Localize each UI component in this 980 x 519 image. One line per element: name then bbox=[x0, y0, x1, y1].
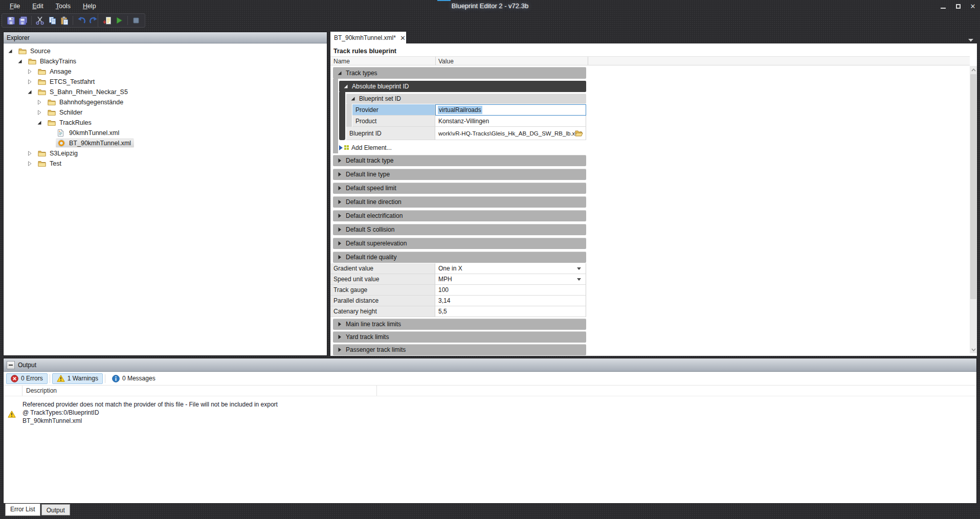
add-element-button[interactable]: Add Element... bbox=[339, 142, 392, 153]
filter-1-warnings-button[interactable]: 1 Warnings bbox=[52, 373, 103, 384]
section-header-yard-track-limits[interactable]: Yard track limits bbox=[333, 331, 586, 343]
prop-name-track-gauge[interactable]: Track gauge bbox=[330, 285, 435, 296]
toolbar-paste-button[interactable] bbox=[58, 14, 71, 27]
filter-0-errors-button[interactable]: 0 Errors bbox=[6, 373, 48, 384]
prop-name-product[interactable]: Product bbox=[352, 116, 435, 127]
prop-name-catenary-height[interactable]: Catenary height bbox=[330, 306, 435, 317]
toolbar-export-button[interactable] bbox=[101, 14, 113, 27]
tree-item-source[interactable]: Source bbox=[4, 46, 327, 56]
vertical-scrollbar[interactable] bbox=[970, 66, 977, 353]
tree-item-bt-90kmhtunnel-xml[interactable]: BT_90kmhTunnel.xml bbox=[4, 138, 327, 148]
toolbar-cut-button[interactable] bbox=[34, 14, 46, 27]
tab-error-list[interactable]: Error List bbox=[5, 504, 40, 516]
scroll-down-icon[interactable] bbox=[970, 346, 977, 353]
tree-expander-expanded-icon[interactable] bbox=[7, 48, 13, 54]
filter-0-messages-button[interactable]: 0 Messages bbox=[107, 373, 160, 384]
description-column-header[interactable]: Description bbox=[4, 386, 976, 396]
section-header-main-line-track-limits[interactable]: Main line track limits bbox=[333, 319, 586, 330]
section-header-default-electrification[interactable]: Default electrification bbox=[333, 210, 586, 221]
tree-item-test[interactable]: Test bbox=[4, 159, 327, 169]
tree-expander-collapsed-icon[interactable] bbox=[27, 69, 33, 75]
menu-edit[interactable]: Edit bbox=[30, 2, 46, 11]
prop-name-blueprint-id[interactable]: Blueprint ID bbox=[346, 127, 435, 140]
tree-expander-collapsed-icon[interactable] bbox=[36, 109, 42, 116]
section-header-default-speed-limit[interactable]: Default speed limit bbox=[333, 183, 586, 194]
column-splitter-right[interactable] bbox=[588, 57, 588, 65]
tree-expander-collapsed-icon[interactable] bbox=[27, 150, 33, 156]
browse-folder-icon[interactable] bbox=[575, 130, 583, 138]
expander-collapsed-icon[interactable] bbox=[337, 347, 342, 352]
tab-bt-90kmhtunnel[interactable]: BT_90kmhTunnel.xml* ✕ bbox=[330, 32, 406, 44]
prop-value-track-gauge[interactable]: 100 bbox=[435, 285, 586, 296]
tab-output[interactable]: Output bbox=[41, 504, 70, 515]
tree-item-bahnhofsgegenst-nde[interactable]: Bahnhofsgegenstände bbox=[4, 97, 327, 107]
expander-expanded-icon[interactable] bbox=[337, 71, 342, 76]
section-header-passenger-track-limits[interactable]: Passenger track limits bbox=[333, 344, 586, 355]
toolbar-copy-button[interactable] bbox=[46, 14, 58, 27]
prop-name-gradient-value[interactable]: Gradient value bbox=[330, 263, 435, 274]
tree-expander-expanded-icon[interactable] bbox=[27, 89, 33, 95]
tree-expander-collapsed-icon[interactable] bbox=[27, 161, 33, 167]
toolbar-stop-button[interactable] bbox=[130, 14, 142, 27]
prop-value-parallel-distance[interactable]: 3,14 bbox=[435, 296, 586, 306]
tree-expander-expanded-icon[interactable] bbox=[36, 120, 42, 126]
tree-item-schilder[interactable]: Schilder bbox=[4, 107, 327, 118]
prop-value-file-blueprint-id[interactable]: work\vR-HQ-Tracks\Gleis_Hk_AB_DG_SW_RB_l… bbox=[435, 127, 586, 140]
expander-collapsed-icon[interactable] bbox=[337, 213, 342, 218]
section-header-default-s-collision[interactable]: Default S collision bbox=[333, 224, 586, 235]
tree-expander-expanded-icon[interactable] bbox=[17, 58, 23, 64]
prop-value-product[interactable]: Konstanz-Villingen bbox=[435, 116, 586, 127]
section-header-default-line-type[interactable]: Default line type bbox=[333, 169, 586, 180]
tab-list-chevron-icon[interactable] bbox=[968, 36, 973, 43]
tree-expander-collapsed-icon[interactable] bbox=[27, 79, 33, 85]
prop-name-parallel-distance[interactable]: Parallel distance bbox=[330, 296, 435, 306]
expander-collapsed-icon[interactable] bbox=[337, 158, 342, 163]
expander-collapsed-icon[interactable] bbox=[337, 241, 342, 246]
expander-expanded-icon[interactable] bbox=[350, 96, 355, 101]
toolbar-run-button[interactable] bbox=[113, 14, 125, 27]
prop-value-dropdown-gradient-value[interactable]: One in X bbox=[435, 263, 586, 274]
expander-collapsed-icon[interactable] bbox=[337, 255, 342, 260]
expander-expanded-icon[interactable] bbox=[343, 84, 348, 89]
expander-collapsed-icon[interactable] bbox=[337, 172, 342, 177]
section-header-blueprint-set-id[interactable]: Blueprint set ID bbox=[346, 94, 586, 104]
section-header-default-track-type[interactable]: Default track type bbox=[333, 155, 586, 166]
tree-item-90kmhtunnel-xml[interactable]: 90kmhTunnel.xml bbox=[4, 128, 327, 138]
scrollbar-thumb[interactable] bbox=[970, 74, 976, 299]
expander-collapsed-icon[interactable] bbox=[337, 322, 342, 327]
expander-collapsed-icon[interactable] bbox=[337, 334, 342, 340]
prop-value-catenary-height[interactable]: 5,5 bbox=[435, 306, 586, 317]
prop-value-dropdown-speed-unit-value[interactable]: MPH bbox=[435, 274, 586, 285]
section-header-default-line-direction[interactable]: Default line direction bbox=[333, 196, 586, 208]
prop-name-provider[interactable]: Provider bbox=[352, 104, 435, 116]
provider-value-input[interactable]: virtualRailroads bbox=[435, 104, 586, 116]
section-header-track-types[interactable]: Track types bbox=[333, 67, 586, 79]
tree-expander-collapsed-icon[interactable] bbox=[36, 99, 42, 105]
toolbar-save-all-button[interactable] bbox=[17, 14, 29, 27]
prop-name-speed-unit-value[interactable]: Speed unit value bbox=[330, 274, 435, 285]
tree-item-trackrules[interactable]: TrackRules bbox=[4, 118, 327, 128]
tab-close-icon[interactable]: ✕ bbox=[400, 35, 406, 41]
grid-column-header[interactable]: Name Value bbox=[330, 56, 970, 65]
expander-collapsed-icon[interactable] bbox=[337, 186, 342, 191]
tree-item-ansage[interactable]: Ansage bbox=[4, 66, 327, 77]
description-divider[interactable] bbox=[376, 386, 377, 396]
tree-item-s3leipzig[interactable]: S3Leipzig bbox=[4, 148, 327, 159]
expander-collapsed-icon[interactable] bbox=[337, 227, 342, 232]
toolbar-undo-button[interactable] bbox=[75, 14, 87, 27]
tree-item-s-bahn-rhein-neckar-s5[interactable]: S_Bahn_Rhein_Neckar_S5 bbox=[4, 87, 327, 97]
menu-help[interactable]: Help bbox=[80, 2, 99, 11]
toolbar-save-button[interactable] bbox=[5, 14, 17, 27]
tree-item-blackytrains[interactable]: BlackyTrains bbox=[4, 56, 327, 66]
maximize-button[interactable] bbox=[952, 1, 964, 11]
menu-tools[interactable]: Tools bbox=[53, 2, 73, 11]
minimize-button[interactable] bbox=[938, 1, 949, 11]
expander-collapsed-icon[interactable] bbox=[337, 199, 342, 205]
menu-file[interactable]: File bbox=[7, 2, 23, 11]
section-header-default-ride-quality[interactable]: Default ride quality bbox=[333, 252, 586, 263]
column-splitter[interactable] bbox=[435, 57, 436, 65]
scroll-up-icon[interactable] bbox=[970, 66, 977, 74]
close-button[interactable]: ✕ bbox=[967, 1, 978, 11]
section-header-default-superelevation[interactable]: Default superelevation bbox=[333, 238, 586, 249]
section-header-absolute-blueprint-id[interactable]: Absolute blueprint ID bbox=[339, 81, 586, 92]
